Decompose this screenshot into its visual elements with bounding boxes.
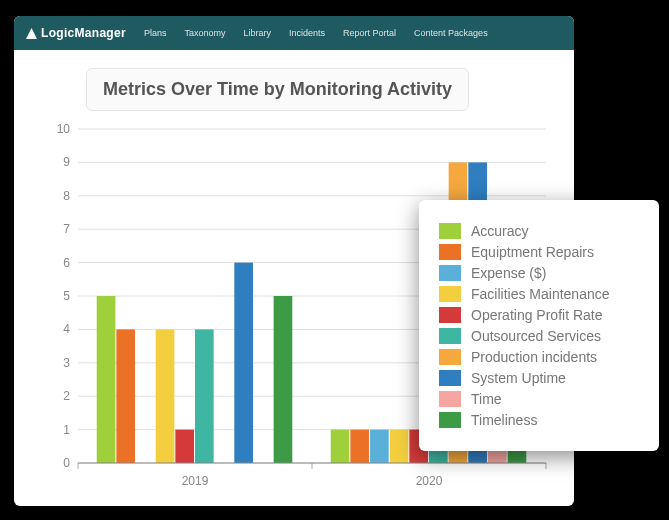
legend-item[interactable]: Outsourced Services	[439, 328, 639, 344]
brand: LogicManager	[26, 26, 126, 40]
bar	[390, 430, 409, 463]
legend-swatch	[439, 265, 461, 281]
svg-text:4: 4	[63, 322, 70, 336]
legend-item[interactable]: System Uptime	[439, 370, 639, 386]
legend-label: Operating Profit Rate	[471, 307, 603, 323]
svg-text:1: 1	[63, 423, 70, 437]
legend: AccuracyEquiptment RepairsExpense ($)Fac…	[419, 200, 659, 451]
nav-library[interactable]: Library	[244, 28, 272, 38]
bar	[331, 430, 350, 463]
legend-label: Facilities Maintenance	[471, 286, 610, 302]
nav-incidents[interactable]: Incidents	[289, 28, 325, 38]
navbar: LogicManager Plans Taxonomy Library Inci…	[14, 16, 574, 50]
svg-text:2: 2	[63, 389, 70, 403]
bar	[234, 263, 253, 463]
bar	[350, 430, 369, 463]
legend-label: Timeliness	[471, 412, 537, 428]
legend-swatch	[439, 328, 461, 344]
bar	[97, 296, 116, 463]
chart-title-box: Metrics Over Time by Monitoring Activity	[86, 68, 469, 111]
legend-swatch	[439, 370, 461, 386]
legend-swatch	[439, 307, 461, 323]
legend-swatch	[439, 244, 461, 260]
bar	[156, 329, 175, 463]
bar	[116, 329, 135, 463]
bar	[370, 430, 389, 463]
svg-text:3: 3	[63, 356, 70, 370]
legend-item[interactable]: Time	[439, 391, 639, 407]
legend-label: Accuracy	[471, 223, 529, 239]
legend-item[interactable]: Accuracy	[439, 223, 639, 239]
svg-text:9: 9	[63, 155, 70, 169]
svg-text:2019: 2019	[182, 474, 209, 488]
legend-label: Outsourced Services	[471, 328, 601, 344]
svg-text:5: 5	[63, 289, 70, 303]
legend-item[interactable]: Operating Profit Rate	[439, 307, 639, 323]
legend-swatch	[439, 223, 461, 239]
legend-label: System Uptime	[471, 370, 566, 386]
legend-label: Time	[471, 391, 502, 407]
legend-swatch	[439, 286, 461, 302]
chart-title: Metrics Over Time by Monitoring Activity	[103, 79, 452, 100]
legend-swatch	[439, 391, 461, 407]
nav-content-packages[interactable]: Content Packages	[414, 28, 488, 38]
nav-report-portal[interactable]: Report Portal	[343, 28, 396, 38]
legend-swatch	[439, 412, 461, 428]
svg-text:0: 0	[63, 456, 70, 470]
bar	[175, 430, 194, 463]
legend-label: Production incidents	[471, 349, 597, 365]
legend-label: Expense ($)	[471, 265, 546, 281]
svg-text:10: 10	[57, 123, 71, 136]
legend-item[interactable]: Production incidents	[439, 349, 639, 365]
legend-label: Equiptment Repairs	[471, 244, 594, 260]
svg-text:6: 6	[63, 256, 70, 270]
nav-plans[interactable]: Plans	[144, 28, 167, 38]
legend-item[interactable]: Timeliness	[439, 412, 639, 428]
svg-text:8: 8	[63, 189, 70, 203]
legend-item[interactable]: Facilities Maintenance	[439, 286, 639, 302]
legend-swatch	[439, 349, 461, 365]
svg-text:2020: 2020	[416, 474, 443, 488]
nav-taxonomy[interactable]: Taxonomy	[184, 28, 225, 38]
bar	[274, 296, 293, 463]
brand-triangle-icon	[26, 28, 37, 39]
legend-item[interactable]: Expense ($)	[439, 265, 639, 281]
brand-text: LogicManager	[41, 26, 126, 40]
svg-text:7: 7	[63, 222, 70, 236]
legend-item[interactable]: Equiptment Repairs	[439, 244, 639, 260]
bar	[195, 329, 214, 463]
